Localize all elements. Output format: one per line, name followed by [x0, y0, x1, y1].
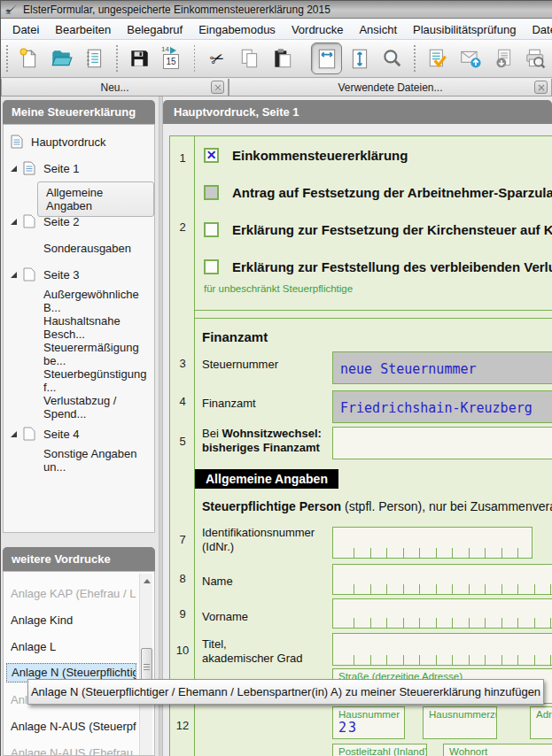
copy-button[interactable]: [234, 42, 265, 74]
tree-item-seite3[interactable]: Seite 3: [11, 265, 79, 284]
checkbox-unchecked[interactable]: [204, 259, 219, 274]
main-panel-header: Hauptvordruck, Seite 1: [163, 100, 552, 124]
year-big-label: 15: [163, 54, 179, 69]
expander-icon[interactable]: [11, 219, 17, 225]
file-list-icon: [82, 47, 105, 70]
save-icon: [128, 47, 151, 70]
vorname-field[interactable]: [332, 598, 552, 629]
list-item-anlage-kind[interactable]: Anlage Kind: [6, 611, 136, 630]
document-blank-icon: [23, 267, 35, 282]
tree-item-sonstige-angaben[interactable]: Sonstige Angaben un...: [43, 451, 154, 470]
line-number: 7: [170, 533, 195, 546]
scroll-up-icon[interactable]: [141, 575, 152, 587]
more-forms-panel-header: weitere Vordrucke: [3, 547, 155, 571]
tree-item-steuerbeguenstigung[interactable]: Steuerbegünstigung f...: [43, 371, 154, 390]
expander-icon[interactable]: [11, 166, 17, 172]
retrieve-info-button[interactable]: [487, 42, 518, 74]
plausibility-check-button[interactable]: [422, 42, 453, 74]
checkbox-label: Erklärung zur Feststellung des verbleibe…: [232, 259, 552, 274]
year-2015-button[interactable]: 14 15: [157, 42, 188, 74]
titel-field[interactable]: [332, 633, 552, 666]
paste-button[interactable]: [267, 42, 298, 74]
expander-icon[interactable]: [11, 431, 17, 437]
tab-neu[interactable]: Neu...: [1, 79, 229, 96]
tree-item-seite1[interactable]: Seite 1: [11, 158, 79, 178]
tree-label: Allgemeine Angaben: [46, 186, 103, 212]
magnifier-icon: [381, 47, 404, 70]
hausnummerzusatz-field[interactable]: Hausnummerzusatz: [423, 706, 497, 739]
toolbar-grip[interactable]: [5, 45, 10, 72]
check-document-icon: [426, 47, 449, 70]
sidebar: Meine Steuererklärung Hauptvordruck Se: [1, 96, 159, 756]
save-button[interactable]: [124, 42, 155, 74]
title-bar: ElsterFormular, ungespeicherte Einkommen…: [1, 1, 552, 19]
tree-item-seite2[interactable]: Seite 2: [11, 212, 79, 231]
tab-verwendete-dateien[interactable]: Verwendete Dateien...: [229, 79, 552, 96]
send-data-button[interactable]: [455, 42, 486, 74]
tree-label: Seite 2: [43, 215, 79, 228]
idnr-field[interactable]: [332, 527, 533, 559]
line-number: 12: [170, 719, 195, 732]
list-scrollbar[interactable]: [139, 574, 152, 755]
list-item-anlage-n-aus[interactable]: Anlage N-AUS (Steuerpfli...: [6, 717, 136, 737]
unbeschraenkt-note: für unbeschränkt Steuerpflichtige: [204, 283, 353, 294]
finanzamt-field[interactable]: Friedrichshain-Kreuzberg: [332, 390, 552, 423]
tree-item-verlustabzug[interactable]: Verlustabzug / Spend...: [43, 397, 154, 417]
content-area: Meine Steuererklärung Hauptvordruck Se: [1, 96, 552, 756]
expander-icon[interactable]: [11, 272, 17, 278]
checkbox-unchecked[interactable]: [204, 222, 219, 237]
tree-label: Seite 3: [43, 268, 79, 282]
fit-width-icon: [315, 47, 338, 70]
tree-item-hauptvordruck[interactable]: Hauptvordruck: [11, 132, 106, 151]
name-field[interactable]: [332, 564, 552, 595]
checkbox-disabled[interactable]: [204, 185, 219, 200]
print-preview-button[interactable]: [520, 42, 551, 74]
menu-plausibilitaetspruefung[interactable]: Plausibilitätsprüfung: [405, 21, 524, 38]
menu-bearbeiten[interactable]: Bearbeiten: [47, 21, 119, 38]
file-list-button[interactable]: [79, 42, 110, 74]
fit-width-button[interactable]: [311, 42, 342, 74]
zoom-button[interactable]: [377, 42, 408, 74]
copy-icon: [238, 47, 261, 70]
tooltip: Anlage N (Steuerpflichtiger / Ehemann / …: [27, 679, 544, 705]
document-lines-icon: [11, 135, 23, 149]
checkbox-checked[interactable]: ✕: [204, 148, 219, 163]
toolbar-separator: [194, 45, 196, 72]
plz-field[interactable]: Postleitzahl (Inland): [332, 744, 427, 756]
new-file-button[interactable]: [13, 42, 44, 74]
tree-item-aussergewoehnliche[interactable]: Außergewöhnliche B...: [43, 291, 154, 311]
envelope-up-icon: [459, 47, 482, 70]
comb-ticks: [338, 655, 552, 665]
menu-vordrucke[interactable]: Vordrucke: [284, 21, 352, 38]
cut-button[interactable]: ✂: [201, 42, 232, 74]
line-number: 2: [170, 220, 195, 234]
steuernummer-field[interactable]: neue Steuernummer: [332, 351, 552, 384]
tree-item-sonderausgaben[interactable]: Sonderausgaben: [43, 238, 131, 258]
wohnort-field[interactable]: Wohnort: [443, 744, 552, 756]
tree-item-seite4[interactable]: Seite 4: [11, 424, 79, 444]
bisheriges-finanzamt-field[interactable]: [332, 427, 552, 459]
list-item-anlage-kap-ehefrau: Anlage KAP (Ehefrau / Le...: [6, 584, 136, 604]
checkbox-row-antrag-sparzulage: Antrag auf Festsetzung der Arbeitnehmer-…: [204, 184, 552, 200]
menu-ansicht[interactable]: Ansicht: [351, 21, 405, 38]
tab-neu-close-button[interactable]: [211, 81, 224, 94]
tree-label: Sonstige Angaben un...: [43, 447, 154, 474]
fit-height-icon: [348, 47, 371, 70]
menu-eingabemodus[interactable]: Eingabemodus: [190, 21, 284, 38]
tree-item-haushaltsnahe[interactable]: Haushaltsnahe Besch...: [43, 318, 154, 337]
fit-height-button[interactable]: [344, 42, 375, 74]
menu-belegabruf[interactable]: Belegabruf: [119, 21, 190, 38]
line-number: 4: [170, 395, 195, 408]
menu-datenuebermittlung[interactable]: Datenübermittlung: [524, 21, 552, 38]
list-item-anlage-l[interactable]: Anlage L: [6, 637, 136, 657]
tree-item-steuerermaessigung[interactable]: Steuerermäßigung be...: [43, 344, 154, 364]
menu-datei[interactable]: Datei: [4, 21, 47, 38]
hausnummer-label: Hausnummer: [333, 707, 404, 720]
menu-bar: Datei Bearbeiten Belegabruf Eingabemodus…: [1, 19, 552, 40]
new-file-icon: [17, 47, 40, 70]
open-file-button[interactable]: [46, 42, 77, 74]
hausnummer-field[interactable]: Hausnummer 23: [332, 706, 405, 739]
titel-label: Titel,akademischer Grad: [202, 637, 302, 666]
tab-verwendete-dateien-close-button[interactable]: [534, 81, 548, 94]
adresszusatz-field[interactable]: Adressergänzung: [530, 706, 552, 739]
